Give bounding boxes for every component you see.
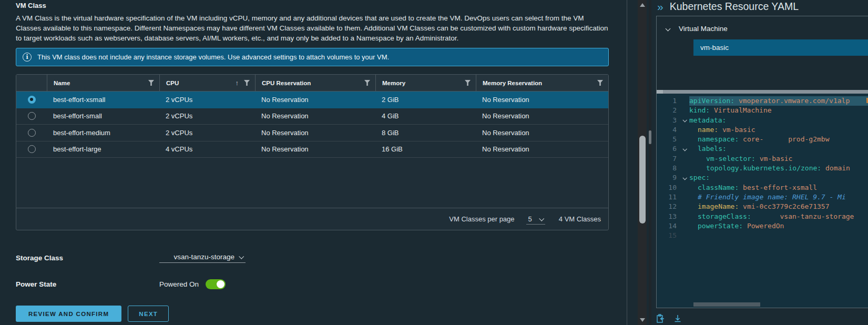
code-line: 1apiVersion: vmoperator.vmware.com/v1alp [657,96,868,106]
radio-selected[interactable] [28,96,36,104]
cell-memory: 8 GiB [375,129,476,137]
line-number: 8 [657,164,680,173]
panel-scrollbar-thumb[interactable] [649,130,651,144]
cell-memory-reservation: No Reservation [476,96,608,104]
fold-chevron-icon[interactable] [682,147,687,151]
total-count-label: 4 VM Classes [559,215,601,223]
download-icon [673,314,682,323]
cell-memory: 4 GiB [375,112,476,120]
code-content: vm-selector: vm-basic [689,154,868,164]
cell-memory-reservation: No Reservation [476,112,608,120]
chevron-down-icon [239,254,244,259]
tree-item-vm-basic[interactable]: vm-basic [693,39,868,56]
code-line: 13storageClass: vsan-tanzu-storage [657,212,868,221]
filter-icon[interactable] [148,80,154,86]
code-content: namespace: core- prod-g2mbw [689,135,868,144]
collapse-panel-icon[interactable]: » [657,2,663,12]
cell-cpu-reservation: No Reservation [255,145,375,153]
code-content: # Friendly image name: RHEL 9.7 - Mi [689,192,868,202]
power-state-value: Powered On [159,280,199,288]
filter-icon[interactable] [597,80,603,86]
code-content: className: best-effort-xsmall [689,183,868,192]
table-row[interactable]: best-effort-large4 vCPUsNo Reservation16… [16,141,608,158]
scroll-down-icon[interactable] [640,318,645,322]
next-button[interactable]: NEXT [128,306,169,322]
code-line: 14powerState: PoweredOn [657,221,868,231]
column-header-memory[interactable]: Memory [375,75,476,91]
column-header-cpu[interactable]: CPU ↑ [159,75,255,91]
code-content: name: vm-basic [689,125,868,135]
cell-cpu-reservation: No Reservation [255,96,375,104]
cell-cpu: 2 vCPUs [159,112,255,120]
cell-name: best-effort-small [47,112,159,120]
divider-bar[interactable] [657,90,868,94]
row-radio-cell [16,129,47,137]
tree-group-virtual-machine[interactable]: Virtual Machine [666,25,868,33]
column-header-cpu-reservation[interactable]: CPU Reservation [255,75,375,91]
page-scrollbar[interactable] [638,0,647,325]
code-line: 12imageName: vmi-0cc3779c2c6e71357 [657,202,868,211]
radio-unselected[interactable] [28,145,36,153]
line-number: 2 [657,106,680,115]
yaml-code-editor[interactable]: 1apiVersion: vmoperator.vmware.com/v1alp… [657,94,868,308]
download-yaml-button[interactable] [673,314,682,323]
code-line: 11# Friendly image name: RHEL 9.7 - Mi [657,192,868,202]
per-page-select[interactable]: 5 [526,214,545,225]
cell-name: best-effort-medium [47,129,159,137]
table-footer: VM Classes per page 5 4 VM Classes [16,208,608,230]
kubernetes-yaml-panel: » Kubernetes Resource YAML Virtual Machi… [656,0,868,325]
storage-class-select[interactable]: vsan-tanzu-storage [159,252,246,263]
power-state-label: Power State [16,280,159,288]
fold-chevron-icon[interactable] [682,118,687,122]
table-empty-space [16,158,608,208]
filter-icon[interactable] [364,80,370,86]
cell-cpu-reservation: No Reservation [255,129,375,137]
column-header-name[interactable]: Name [47,75,159,91]
line-number: 6 [657,144,680,154]
line-number: 7 [657,154,680,164]
code-content: topology.kubernetes.io/zone: domain [689,164,868,173]
code-line: 5namespace: core- prod-g2mbw [657,135,868,144]
radio-unselected[interactable] [28,129,36,137]
code-content: imageName: vmi-0cc3779c2c6e71357 [689,202,868,211]
panel-scrollbar[interactable] [649,0,651,325]
power-state-row: Power State Powered On [16,279,627,289]
line-number: 11 [657,192,680,202]
code-line: 7vm-selector: vm-basic [657,154,868,164]
action-buttons: REVIEW AND CONFIRM NEXT [16,306,627,322]
line-number: 15 [657,231,680,240]
horizontal-scrollbar-thumb[interactable] [693,302,760,307]
cell-memory-reservation: No Reservation [476,145,608,153]
scroll-up-icon[interactable] [640,3,645,7]
code-line: 6labels: [657,144,868,154]
table-row[interactable]: best-effort-medium2 vCPUsNo Reservation8… [16,125,608,141]
column-header-memory-reservation[interactable]: Memory Reservation [476,75,608,91]
line-number: 13 [657,212,680,221]
row-radio-cell [16,96,47,104]
line-number: 9 [657,173,680,182]
filter-icon[interactable] [465,80,471,86]
page-scrollbar-thumb[interactable] [639,136,646,224]
radio-unselected[interactable] [28,112,36,120]
filter-icon[interactable] [244,80,250,86]
fold-chevron-icon[interactable] [682,176,687,180]
cell-memory: 2 GiB [375,96,476,104]
toggle-knob [217,280,224,288]
info-icon: i [23,53,32,62]
line-number: 3 [657,116,680,125]
line-number: 14 [657,221,680,231]
cell-memory: 16 GiB [375,145,476,153]
power-state-toggle[interactable] [206,279,226,289]
table-row[interactable]: best-effort-small2 vCPUsNo Reservation4 … [16,108,608,125]
copy-yaml-button[interactable] [656,314,665,323]
code-content: labels: [689,144,868,154]
line-number: 5 [657,135,680,144]
line-number: 10 [657,183,680,192]
page-title: VM Class [16,2,627,9]
cell-name: best-effort-xsmall [47,96,159,104]
table-row[interactable]: best-effort-xsmall2 vCPUsNo Reservation2… [16,92,608,108]
code-content: apiVersion: vmoperator.vmware.com/v1alp [689,96,868,106]
vm-class-description: A VM Class is the virtual hardware speci… [16,13,609,43]
review-and-confirm-button[interactable]: REVIEW AND CONFIRM [16,306,121,322]
sort-ascending-icon[interactable]: ↑ [236,79,239,87]
